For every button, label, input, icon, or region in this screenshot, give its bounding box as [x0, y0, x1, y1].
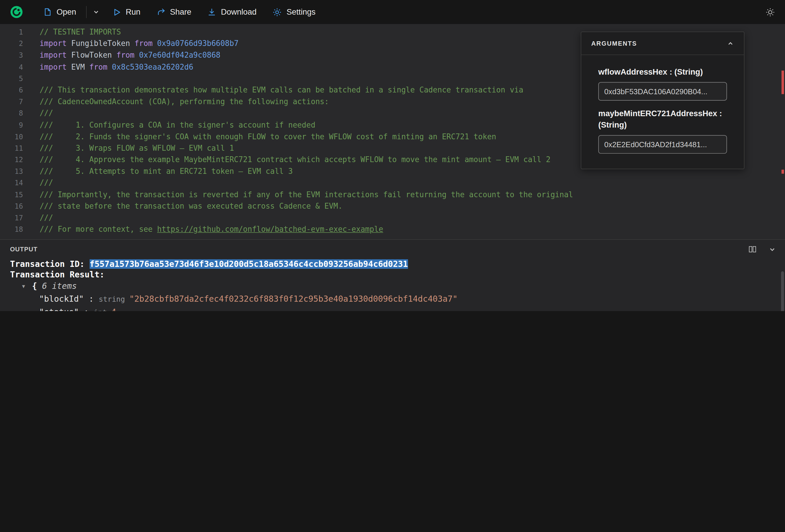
line-number: 11 [0, 143, 23, 154]
line-number: 13 [0, 166, 23, 178]
settings-gear-icon [273, 7, 282, 17]
open-label: Open [56, 8, 76, 17]
overview-error-mark [782, 170, 784, 174]
open-button[interactable]: Open [43, 8, 76, 17]
output-scrollbar-thumb[interactable] [781, 271, 784, 311]
output-tree-line: ▼{ 6 items [10, 280, 785, 293]
line-number: 8 [0, 108, 23, 119]
split-panel-icon[interactable] [749, 245, 756, 253]
output-tree-line: "blockId" : string "2b28cbfb87da2cfec4f0… [10, 293, 785, 306]
download-label: Download [221, 8, 257, 17]
toolbar-divider [86, 6, 86, 18]
line-number: 9 [0, 119, 23, 131]
wflow-address-label: wflowAddressHex : (String) [598, 66, 727, 78]
line-number: 3 [0, 50, 23, 61]
run-play-icon [113, 8, 121, 17]
code-line: 14/// [0, 177, 785, 189]
output-content: Transaction ID: f557a1573b76aa53e73d46f3… [0, 259, 785, 311]
run-label: Run [126, 8, 141, 17]
line-number: 10 [0, 131, 23, 143]
line-number: 14 [0, 177, 23, 189]
output-tree-line: "status" : int 4 [10, 306, 785, 311]
line-number: 2 [0, 38, 23, 50]
arguments-panel-body: wflowAddressHex : (String) maybeMintERC7… [581, 55, 744, 169]
code-line: 17/// [0, 212, 785, 224]
arguments-panel: ARGUMENTS wflowAddressHex : (String) may… [581, 32, 744, 169]
theme-toggle-button[interactable] [765, 7, 775, 17]
arguments-panel-title: ARGUMENTS [591, 40, 637, 47]
code-line: 18/// For more context, see https://gith… [0, 224, 785, 235]
collapse-output-chevron-down-icon[interactable] [768, 246, 776, 253]
output-panel-actions [749, 245, 776, 253]
maybe-mint-erc721-address-input[interactable] [598, 135, 727, 154]
sun-icon [765, 7, 775, 17]
line-number: 5 [0, 73, 23, 84]
line-number: 6 [0, 84, 23, 96]
overview-error-mark [782, 71, 784, 94]
code-line: 15/// Importantly, the transaction is re… [0, 189, 785, 201]
toolbar: Open Run Share Download [0, 0, 785, 24]
share-icon [157, 8, 166, 17]
collapse-arguments-chevron-up-icon[interactable] [727, 40, 734, 47]
line-number: 7 [0, 96, 23, 108]
line-number: 18 [0, 224, 23, 235]
line-number: 12 [0, 154, 23, 166]
chevron-down-icon [93, 8, 100, 16]
line-number: 15 [0, 189, 23, 201]
flow-logo[interactable] [10, 5, 23, 19]
output-panel: OUTPUT Transaction ID: f557a1573b76aa53e… [0, 239, 785, 311]
expand-collapse-arrow-icon[interactable]: ▼ [22, 280, 32, 293]
line-number: 1 [0, 27, 23, 38]
transaction-id-value: f557a1573b76aa53e73d46f3e10d200d5c18a653… [90, 259, 408, 269]
app-window: Open Run Share Download [0, 0, 785, 311]
share-button[interactable]: Share [157, 8, 192, 17]
settings-label: Settings [286, 8, 315, 17]
transaction-id-label: Transaction ID: [10, 259, 90, 269]
line-number: 16 [0, 201, 23, 212]
run-button[interactable]: Run [113, 8, 141, 17]
transaction-result-label: Transaction Result: [10, 269, 785, 280]
arguments-panel-header: ARGUMENTS [581, 32, 744, 55]
open-dropdown-button[interactable] [93, 8, 100, 16]
wflow-address-input[interactable] [598, 82, 727, 101]
code-link: https://github.com/onflow/batched-evm-ex… [157, 225, 383, 234]
settings-button[interactable]: Settings [273, 7, 315, 17]
output-panel-title: OUTPUT [10, 246, 37, 253]
transaction-id-line: Transaction ID: f557a1573b76aa53e73d46f3… [10, 259, 785, 269]
download-icon [207, 8, 216, 17]
output-panel-header: OUTPUT [0, 240, 785, 259]
line-number: 17 [0, 212, 23, 224]
download-button[interactable]: Download [207, 8, 256, 17]
code-line: 16/// state before the transaction was e… [0, 201, 785, 212]
flow-logo-icon [10, 5, 23, 19]
open-file-icon [43, 8, 52, 17]
output-tree: ▼{ 6 items"blockId" : string "2b28cbfb87… [10, 280, 785, 311]
line-number: 4 [0, 61, 23, 73]
share-label: Share [170, 8, 192, 17]
maybe-mint-erc721-address-label: maybeMintERC721AddressHex : (String) [598, 108, 727, 131]
